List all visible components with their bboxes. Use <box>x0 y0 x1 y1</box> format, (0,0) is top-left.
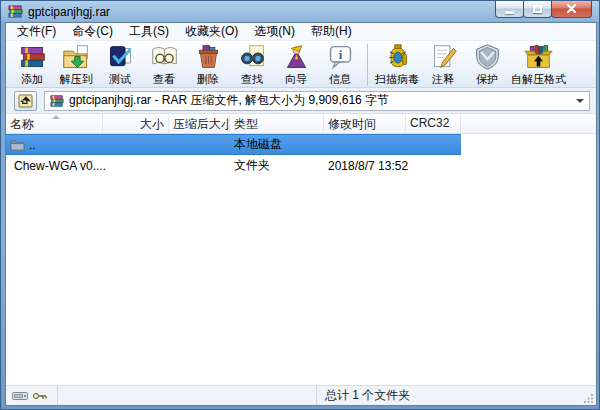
find-label: 查找 <box>241 72 263 87</box>
test-button[interactable]: 测试 <box>98 43 142 87</box>
view-button[interactable]: 查看 <box>142 43 186 87</box>
column-modified[interactable]: 修改时间 <box>324 114 406 133</box>
scan-virus-label: 扫描病毒 <box>375 72 419 87</box>
winrar-books-icon <box>50 94 64 108</box>
find-button[interactable]: 查找 <box>230 43 274 87</box>
menu-options[interactable]: 选项(N) <box>246 22 303 41</box>
key-icon[interactable] <box>32 390 48 402</box>
add-label: 添加 <box>21 72 43 87</box>
maximize-button[interactable] <box>523 1 552 18</box>
menu-bar: 文件(F) 命令(C) 工具(S) 收藏夹(O) 选项(N) 帮助(H) <box>6 23 596 40</box>
address-bar: gptcipanjhgj.rar - RAR 压缩文件, 解包大小为 9,909… <box>6 88 596 114</box>
scan-virus-button[interactable]: 扫描病毒 <box>373 43 421 87</box>
column-packed-size[interactable]: 压缩后大小 <box>169 114 230 133</box>
wizard-button[interactable]: 向导 <box>274 43 318 87</box>
item-name: .. <box>29 138 36 152</box>
up-folder-icon <box>10 138 25 151</box>
status-message-panel <box>58 386 317 405</box>
menu-file[interactable]: 文件(F) <box>9 22 64 41</box>
view-label: 查看 <box>153 72 175 87</box>
file-list: .. 本地磁盘 Chew-WGA v0.... 文件夹 <box>6 134 596 385</box>
sfx-button[interactable]: 自解压格式 <box>509 43 568 87</box>
wizard-icon <box>282 43 311 72</box>
column-crc32[interactable]: CRC32 <box>406 114 461 133</box>
maximize-icon <box>533 5 542 13</box>
find-icon <box>238 43 267 72</box>
list-item-parent-dir[interactable]: .. 本地磁盘 <box>6 134 461 155</box>
minimize-icon <box>505 11 514 14</box>
item-name: Chew-WGA v0.... <box>14 159 106 173</box>
toolbar-separator <box>367 44 368 86</box>
column-size[interactable]: 大小 <box>103 114 169 133</box>
sfx-label: 自解压格式 <box>511 72 566 87</box>
close-button[interactable] <box>551 1 592 18</box>
info-button[interactable]: i 信息 <box>318 43 362 87</box>
close-icon <box>566 4 577 14</box>
toolbar: 添加 解压到 测试 <box>6 40 596 88</box>
up-directory-button[interactable] <box>14 91 37 111</box>
column-filler <box>461 114 596 133</box>
view-file-icon <box>150 43 179 72</box>
item-type: 本地磁盘 <box>230 136 324 153</box>
comment-button[interactable]: 注释 <box>421 43 465 87</box>
protect-button[interactable]: 保护 <box>465 43 509 87</box>
minimize-button[interactable] <box>495 1 524 18</box>
list-item-folder[interactable]: Chew-WGA v0.... 文件夹 2018/8/7 13:52 <box>6 155 461 176</box>
chevron-down-icon[interactable] <box>576 99 584 103</box>
archive-info-text: gptcipanjhgj.rar - RAR 压缩文件, 解包大小为 9,909… <box>69 92 389 109</box>
delete-button[interactable]: 删除 <box>186 43 230 87</box>
archive-path-combobox[interactable]: gptcipanjhgj.rar - RAR 压缩文件, 解包大小为 9,909… <box>44 91 590 111</box>
add-archive-icon <box>18 43 47 72</box>
client-area: 文件(F) 命令(C) 工具(S) 收藏夹(O) 选项(N) 帮助(H) 添加 <box>5 22 597 406</box>
sfx-icon <box>524 43 553 72</box>
info-label: 信息 <box>329 72 351 87</box>
protect-label: 保护 <box>476 72 498 87</box>
folder-up-icon <box>18 94 33 108</box>
menu-favorites[interactable]: 收藏夹(O) <box>177 22 246 41</box>
sort-asc-icon <box>52 115 60 119</box>
delete-label: 删除 <box>197 72 219 87</box>
winrar-window: gptcipanjhgj.rar 文件(F) 命令(C) 工具(S) 收藏夹(O… <box>0 0 600 410</box>
column-name[interactable]: 名称 <box>6 114 103 133</box>
title-bar[interactable]: gptcipanjhgj.rar <box>1 1 599 22</box>
extract-to-button[interactable]: 解压到 <box>54 43 98 87</box>
status-bar: 总计 1 个文件夹 <box>6 385 596 405</box>
svg-text:i: i <box>338 48 342 62</box>
info-icon: i <box>326 43 355 72</box>
add-button[interactable]: 添加 <box>10 43 54 87</box>
test-label: 测试 <box>109 72 131 87</box>
window-title: gptcipanjhgj.rar <box>28 5 110 19</box>
comment-icon <box>429 43 458 72</box>
extract-to-icon <box>62 43 91 72</box>
winrar-books-icon <box>8 4 23 19</box>
test-archive-icon <box>106 43 135 72</box>
menu-tools[interactable]: 工具(S) <box>121 22 177 41</box>
menu-commands[interactable]: 命令(C) <box>64 22 121 41</box>
menu-help[interactable]: 帮助(H) <box>303 22 360 41</box>
wizard-label: 向导 <box>285 72 307 87</box>
extract-to-label: 解压到 <box>60 72 93 87</box>
protect-icon <box>473 43 502 72</box>
scan-virus-icon <box>383 43 412 72</box>
status-total-text: 总计 1 个文件夹 <box>317 387 596 404</box>
resize-grip[interactable] <box>584 393 594 403</box>
column-header-row: 名称 大小 压缩后大小 类型 修改时间 CRC32 <box>6 114 596 134</box>
comment-label: 注释 <box>432 72 454 87</box>
item-type: 文件夹 <box>230 157 324 174</box>
column-name-label: 名称 <box>10 117 34 131</box>
drive-icon[interactable] <box>12 390 28 402</box>
item-modified: 2018/8/7 13:52 <box>324 159 406 173</box>
delete-icon <box>194 43 223 72</box>
column-type[interactable]: 类型 <box>230 114 324 133</box>
